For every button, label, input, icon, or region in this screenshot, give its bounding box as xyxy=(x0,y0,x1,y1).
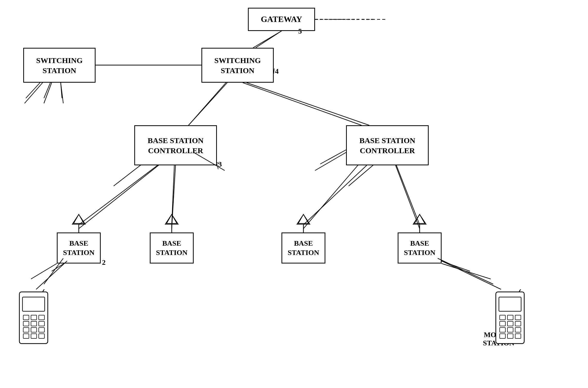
svg-line-85 xyxy=(274,68,274,74)
svg-line-64 xyxy=(189,83,226,125)
switching-station-center: SWITCHINGSTATION xyxy=(201,48,274,83)
svg-line-21 xyxy=(442,263,491,279)
svg-line-13 xyxy=(320,150,346,164)
svg-line-7 xyxy=(243,83,362,125)
svg-rect-47 xyxy=(515,315,521,320)
gateway-box: GATEWAY xyxy=(248,8,315,31)
base-station-1: BASESTATION xyxy=(57,232,101,263)
svg-rect-49 xyxy=(507,321,513,326)
label-4: 4 xyxy=(275,67,279,75)
switching-station-left: SWITCHINGSTATION xyxy=(23,48,96,83)
bsc-left: BASE STATIONCONTROLLER xyxy=(134,125,217,165)
base-station-3: BASESTATION xyxy=(281,232,325,263)
svg-line-27 xyxy=(349,164,374,186)
svg-line-8 xyxy=(79,164,160,229)
base-station-4: BASESTATION xyxy=(398,232,442,263)
svg-rect-38 xyxy=(39,328,44,332)
svg-marker-25 xyxy=(414,214,425,223)
svg-rect-37 xyxy=(31,328,37,332)
bsc-right: BASE STATIONCONTROLLER xyxy=(346,125,429,165)
svg-rect-50 xyxy=(515,321,521,326)
svg-rect-55 xyxy=(507,334,513,338)
svg-rect-31 xyxy=(31,315,37,320)
svg-line-9 xyxy=(172,164,176,229)
svg-rect-54 xyxy=(500,334,505,338)
svg-line-5 xyxy=(61,83,62,98)
svg-marker-72 xyxy=(72,214,85,224)
label-3: 3 xyxy=(218,160,222,168)
svg-line-70 xyxy=(396,165,420,225)
svg-rect-29 xyxy=(22,297,45,311)
svg-line-63 xyxy=(61,83,63,103)
svg-rect-30 xyxy=(23,315,29,320)
svg-line-61 xyxy=(25,83,43,103)
svg-line-4 xyxy=(44,83,50,98)
svg-marker-22 xyxy=(74,214,84,223)
svg-line-71 xyxy=(315,152,346,170)
svg-line-3 xyxy=(26,83,40,98)
svg-line-82 xyxy=(438,258,493,284)
mobile-station-right-icon xyxy=(491,289,532,354)
svg-line-81 xyxy=(36,261,67,289)
svg-marker-23 xyxy=(167,214,177,223)
svg-line-11 xyxy=(303,164,359,229)
svg-rect-53 xyxy=(515,328,521,332)
svg-rect-52 xyxy=(507,328,513,332)
svg-rect-32 xyxy=(39,315,44,320)
mobile-station-left-icon xyxy=(14,289,56,354)
svg-line-66 xyxy=(79,165,158,225)
svg-rect-56 xyxy=(515,334,521,338)
svg-line-62 xyxy=(44,83,52,103)
svg-rect-35 xyxy=(39,321,44,326)
svg-marker-74 xyxy=(165,214,178,224)
svg-marker-24 xyxy=(298,214,309,223)
svg-line-1 xyxy=(256,31,281,48)
svg-rect-40 xyxy=(31,334,37,338)
svg-line-19 xyxy=(31,263,57,279)
svg-rect-51 xyxy=(500,328,505,332)
svg-rect-39 xyxy=(23,334,29,338)
svg-marker-76 xyxy=(297,214,310,224)
svg-marker-78 xyxy=(413,214,426,224)
svg-rect-34 xyxy=(31,321,37,326)
svg-rect-36 xyxy=(23,328,29,332)
svg-rect-46 xyxy=(507,315,513,320)
svg-line-26 xyxy=(114,164,142,186)
label-5: 5 xyxy=(298,27,302,35)
svg-rect-44 xyxy=(499,297,521,311)
svg-rect-41 xyxy=(39,334,44,338)
svg-line-83 xyxy=(442,261,501,289)
svg-line-67 xyxy=(172,165,174,225)
svg-line-6 xyxy=(189,83,227,125)
label-2: 2 xyxy=(102,258,106,267)
svg-rect-45 xyxy=(500,315,505,320)
svg-line-12 xyxy=(395,164,420,229)
svg-line-65 xyxy=(247,83,369,125)
svg-line-59 xyxy=(253,31,281,48)
svg-rect-33 xyxy=(23,321,29,326)
svg-line-69 xyxy=(303,165,367,225)
base-station-2: BASESTATION xyxy=(150,232,194,263)
svg-rect-48 xyxy=(500,321,505,326)
